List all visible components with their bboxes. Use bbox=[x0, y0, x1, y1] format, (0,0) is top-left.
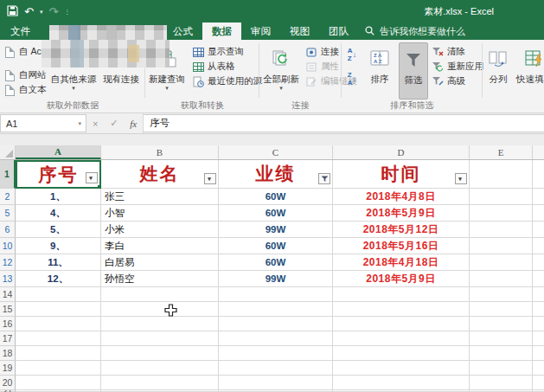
cell-name[interactable]: 白居易 bbox=[101, 254, 219, 271]
cell-serial[interactable]: 4、 bbox=[16, 205, 101, 222]
cell-empty[interactable] bbox=[101, 302, 219, 317]
insert-function-icon[interactable]: fx bbox=[130, 119, 137, 129]
cell-empty[interactable] bbox=[470, 254, 533, 271]
cell-serial[interactable]: 9、 bbox=[16, 238, 101, 254]
cancel-entry-icon[interactable]: × bbox=[93, 119, 98, 129]
sort-descending-icon[interactable]: ZA↓ bbox=[343, 71, 361, 87]
cell-empty[interactable] bbox=[16, 302, 101, 317]
column-header-b[interactable]: B bbox=[101, 145, 219, 159]
cell-empty[interactable] bbox=[470, 222, 533, 238]
cell-date[interactable]: 2018年5月9日 bbox=[333, 205, 470, 222]
filter-dropdown-icon[interactable]: ▾ bbox=[455, 173, 467, 184]
cell-empty[interactable] bbox=[333, 317, 470, 331]
row-header[interactable]: 12 bbox=[0, 254, 16, 271]
cell-name[interactable]: 小智 bbox=[101, 205, 219, 222]
row-header[interactable]: 2 bbox=[0, 189, 16, 205]
row-header[interactable]: 16 bbox=[0, 317, 16, 331]
from-web-button[interactable]: 自网站 bbox=[3, 68, 47, 82]
clear-filter-button[interactable]: 清除 bbox=[432, 45, 465, 59]
cell-empty[interactable] bbox=[101, 346, 219, 361]
from-table-button[interactable]: 从表格 bbox=[192, 60, 235, 74]
cell-empty[interactable] bbox=[533, 271, 544, 287]
filter-dropdown-icon[interactable]: ▾ bbox=[204, 173, 216, 184]
advanced-filter-button[interactable]: 高级 bbox=[432, 74, 465, 88]
cell-empty[interactable] bbox=[16, 317, 101, 331]
cell-a1-selected[interactable]: 序号 ▾ bbox=[16, 160, 101, 189]
text-to-columns-button[interactable]: 分列 bbox=[483, 42, 513, 100]
cell-empty[interactable] bbox=[533, 287, 544, 302]
cell-empty[interactable] bbox=[16, 361, 101, 376]
recent-sources-button[interactable]: 最近使用的源 bbox=[192, 74, 262, 88]
cell-empty[interactable] bbox=[470, 376, 533, 390]
sort-ascending-icon[interactable]: AZ↓ bbox=[343, 47, 361, 62]
tab-review[interactable]: 审阅 bbox=[241, 22, 280, 40]
cell-empty[interactable] bbox=[333, 331, 470, 346]
namebox-dropdown-icon[interactable]: ▾ bbox=[78, 120, 86, 127]
cell-empty[interactable] bbox=[16, 376, 101, 390]
filter-dropdown-icon[interactable]: ▾ bbox=[86, 172, 98, 183]
cell-performance[interactable]: 99W bbox=[219, 222, 333, 238]
cell-empty[interactable] bbox=[333, 287, 470, 302]
row-header[interactable]: 15 bbox=[0, 302, 16, 317]
cell-empty[interactable] bbox=[533, 222, 544, 238]
cell-empty[interactable] bbox=[333, 376, 470, 390]
cell-empty[interactable] bbox=[533, 346, 544, 361]
row-header[interactable]: 6 bbox=[0, 222, 16, 238]
undo-dropdown-icon[interactable]: ▾ bbox=[40, 9, 43, 15]
cell-performance[interactable]: 60W bbox=[219, 254, 333, 271]
cell-b1[interactable]: 姓名 ▾ bbox=[101, 160, 219, 189]
cell-empty[interactable] bbox=[533, 331, 544, 346]
cell-empty[interactable] bbox=[470, 271, 533, 287]
cell-empty[interactable] bbox=[470, 302, 533, 317]
cell-empty[interactable] bbox=[533, 238, 544, 254]
cell-name[interactable]: 小米 bbox=[101, 222, 219, 238]
row-header[interactable]: 19 bbox=[0, 361, 16, 376]
reapply-filter-button[interactable]: 重新应用 bbox=[432, 60, 483, 74]
connections-button[interactable]: 连接 bbox=[305, 45, 339, 59]
confirm-entry-icon[interactable]: ✓ bbox=[110, 118, 118, 129]
cell-empty[interactable] bbox=[470, 346, 533, 361]
sort-button[interactable]: Z AA Z 排序 bbox=[362, 42, 397, 100]
cell-empty[interactable] bbox=[470, 317, 533, 331]
cell-empty[interactable] bbox=[333, 346, 470, 361]
cell-name[interactable]: 孙悟空 bbox=[101, 271, 219, 287]
cell-performance[interactable]: 60W bbox=[219, 238, 333, 254]
column-header-c[interactable]: C bbox=[219, 145, 333, 159]
cell-empty[interactable] bbox=[533, 376, 544, 390]
cell-date[interactable]: 2018年5月12日 bbox=[333, 222, 470, 238]
cell-empty[interactable] bbox=[533, 302, 544, 317]
tab-file[interactable]: 文件 bbox=[0, 22, 41, 40]
column-header-a[interactable]: A bbox=[16, 145, 101, 159]
tab-data[interactable]: 数据 bbox=[202, 22, 241, 40]
cell-empty[interactable] bbox=[16, 287, 101, 302]
filter-button[interactable]: 筛选 bbox=[399, 42, 428, 100]
row-header-1[interactable]: 1 bbox=[0, 160, 16, 189]
cell-empty[interactable] bbox=[470, 331, 533, 346]
cell-empty[interactable] bbox=[333, 361, 470, 376]
cell-empty[interactable] bbox=[533, 361, 544, 376]
cell-performance[interactable]: 99W bbox=[219, 271, 333, 287]
tab-view[interactable]: 视图 bbox=[280, 22, 319, 40]
cell-empty[interactable] bbox=[219, 346, 333, 361]
save-icon[interactable] bbox=[7, 5, 18, 18]
select-all-corner[interactable] bbox=[0, 145, 16, 159]
cell-serial[interactable]: 11、 bbox=[16, 254, 101, 271]
tell-me-search[interactable]: 告诉我你想要做什么 bbox=[358, 22, 472, 40]
cell-name[interactable]: 李白 bbox=[101, 238, 219, 254]
cell-empty[interactable] bbox=[470, 238, 533, 254]
cell-empty[interactable] bbox=[16, 331, 101, 346]
row-header[interactable]: 10 bbox=[0, 238, 16, 254]
cell-empty[interactable] bbox=[219, 361, 333, 376]
column-header-f[interactable] bbox=[533, 145, 544, 159]
cell-empty[interactable] bbox=[533, 254, 544, 271]
cell-date[interactable]: 2018年5月9日 bbox=[333, 271, 470, 287]
filter-active-funnel-icon[interactable] bbox=[318, 173, 330, 184]
row-header[interactable]: 5 bbox=[0, 205, 16, 222]
cell-empty[interactable] bbox=[101, 317, 219, 331]
cell-empty[interactable] bbox=[333, 302, 470, 317]
cell-serial[interactable]: 1、 bbox=[16, 189, 101, 205]
row-header[interactable]: 20 bbox=[0, 376, 16, 390]
cell-empty[interactable] bbox=[16, 346, 101, 361]
cell-empty[interactable] bbox=[219, 317, 333, 331]
row-header[interactable]: 17 bbox=[0, 331, 16, 346]
